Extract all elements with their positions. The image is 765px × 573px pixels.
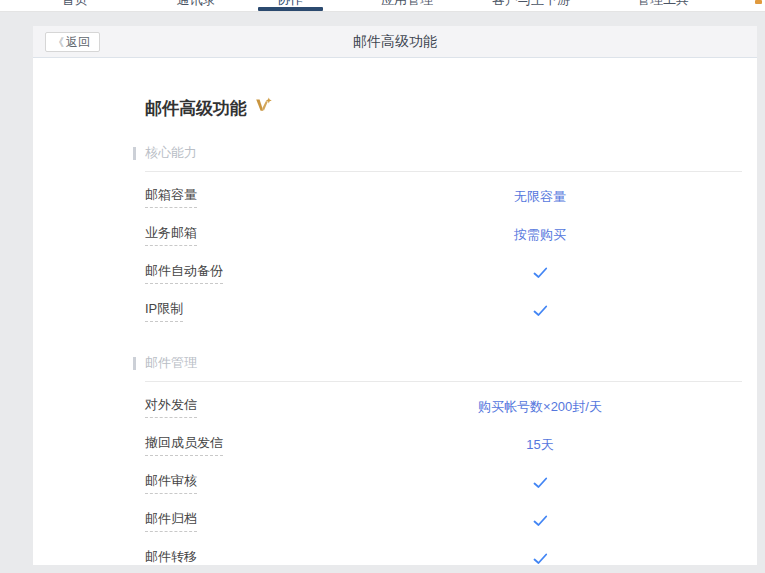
feature-label[interactable]: IP限制	[145, 300, 183, 322]
gold-v-sparkle-icon	[254, 97, 273, 118]
feature-row-auto-backup: 邮件自动备份	[145, 254, 742, 292]
feature-row-mail-archive: 邮件归档	[145, 502, 742, 540]
feature-label[interactable]: 邮件自动备份	[145, 262, 223, 284]
mail-advanced-features-panel: 《 返回 邮件高级功能 邮件高级功能 核心能力 邮箱容量 无限容量	[33, 26, 757, 565]
feature-row-recall-member-mail: 撤回成员发信 15天	[145, 426, 742, 464]
feature-value[interactable]: 15天	[440, 436, 640, 454]
check-icon	[440, 477, 640, 489]
tab-contacts[interactable]: 通讯录	[177, 0, 216, 9]
check-icon	[440, 553, 640, 565]
feature-row-ip-restriction: IP限制	[145, 292, 742, 330]
feature-label[interactable]: 邮件归档	[145, 510, 197, 532]
feature-row-mail-transfer: 邮件转移	[145, 540, 742, 565]
page-title: 邮件高级功能	[145, 97, 247, 120]
top-nav: 首页 通讯录 协作 应用管理 客户与上下游 管理工具 我的企业	[0, 0, 765, 12]
feature-label[interactable]: 邮件转移	[145, 548, 197, 565]
panel-content: 邮件高级功能 核心能力 邮箱容量 无限容量 业务邮箱 按需购买	[33, 58, 757, 565]
feature-value[interactable]: 按需购买	[440, 226, 640, 244]
tab-home[interactable]: 首页	[62, 0, 88, 9]
feature-label[interactable]: 邮箱容量	[145, 186, 197, 208]
section-core-capabilities: 核心能力	[145, 146, 742, 160]
feature-label[interactable]: 邮件审核	[145, 472, 197, 494]
feature-row-business-mailbox: 业务邮箱 按需购买	[145, 216, 742, 254]
feature-row-mailbox-capacity: 邮箱容量 无限容量	[145, 178, 742, 216]
tab-tools[interactable]: 管理工具	[637, 0, 689, 9]
feature-label[interactable]: 撤回成员发信	[145, 434, 223, 456]
feature-rows: 邮箱容量 无限容量 业务邮箱 按需购买 邮件自动备份 IP限制	[145, 172, 742, 330]
page-title-row: 邮件高级功能	[145, 96, 742, 120]
feature-row-mail-review: 邮件审核	[145, 464, 742, 502]
panel-header: 《 返回 邮件高级功能	[33, 26, 757, 58]
section-marker	[133, 147, 136, 160]
section-title-text: 邮件管理	[145, 354, 197, 372]
feature-rows: 对外发信 购买帐号数×200封/天 撤回成员发信 15天 邮件审核 邮件归档	[145, 382, 742, 565]
feature-value[interactable]: 无限容量	[440, 188, 640, 206]
feature-label[interactable]: 业务邮箱	[145, 224, 197, 246]
feature-row-outbound-sending: 对外发信 购买帐号数×200封/天	[145, 388, 742, 426]
feature-value[interactable]: 购买帐号数×200封/天	[440, 398, 640, 416]
check-icon	[440, 267, 640, 279]
tab-customers[interactable]: 客户与上下游	[492, 0, 570, 9]
check-icon	[440, 305, 640, 317]
promo-icon	[755, 0, 762, 4]
tab-apps[interactable]: 应用管理	[381, 0, 433, 9]
check-icon	[440, 515, 640, 527]
section-mail-management: 邮件管理	[145, 356, 742, 370]
panel-header-title: 邮件高级功能	[33, 26, 757, 58]
feature-label[interactable]: 对外发信	[145, 396, 197, 418]
active-tab-underline-indicator	[258, 7, 323, 11]
section-title-text: 核心能力	[145, 144, 197, 162]
section-marker	[133, 357, 136, 370]
